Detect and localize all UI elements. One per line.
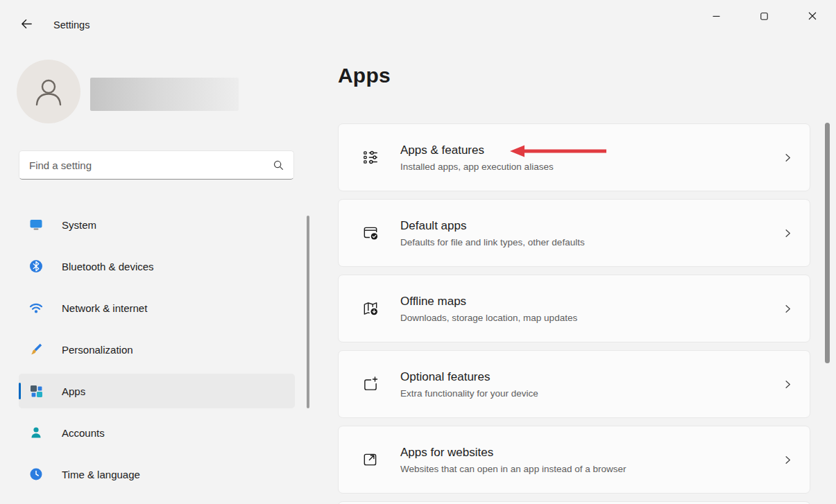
sidebar-nav: System Bluetooth & devices Network & int… [19, 207, 295, 498]
page-title: Apps [338, 64, 391, 87]
clock-icon [28, 467, 44, 482]
chevron-right-icon [783, 228, 793, 238]
card-offline-maps[interactable]: Offline maps Downloads, storage location… [338, 275, 810, 342]
sidebar-item-time-language[interactable]: Time & language [19, 457, 295, 492]
user-avatar[interactable] [17, 60, 80, 123]
sidebar-item-bluetooth-devices[interactable]: Bluetooth & devices [19, 249, 295, 284]
card-partial-bottom[interactable] [338, 501, 810, 504]
sidebar-item-apps[interactable]: Apps [19, 374, 295, 408]
sidebar-item-label: Accounts [62, 427, 105, 439]
sidebar-item-personalization[interactable]: Personalization [19, 332, 295, 367]
search-icon[interactable] [273, 159, 284, 171]
maximize-icon [760, 12, 768, 20]
sidebar-item-system[interactable]: System [19, 207, 295, 242]
sidebar-item-label: Network & internet [62, 302, 147, 314]
search-box[interactable] [19, 150, 294, 180]
apps-icon [28, 383, 44, 399]
chevron-right-icon [783, 455, 793, 465]
back-button[interactable] [14, 12, 39, 35]
chevron-right-icon [783, 153, 793, 163]
card-subtitle: Downloads, storage location, map updates [400, 313, 783, 323]
back-arrow-icon [20, 17, 33, 31]
window-controls [692, 0, 836, 32]
sidebar-item-network-internet[interactable]: Network & internet [19, 290, 295, 325]
card-title: Apps & features [400, 144, 783, 157]
card-subtitle: Installed apps, app execution aliases [400, 162, 783, 172]
sidebar-item-accounts[interactable]: Accounts [19, 415, 295, 450]
card-subtitle: Websites that can open in an app instead… [400, 464, 783, 474]
card-title: Optional features [400, 370, 783, 384]
user-name-redacted [90, 78, 239, 111]
apps-features-icon [361, 148, 379, 166]
apps-for-websites-icon [361, 451, 379, 469]
settings-card-list: Apps & features Installed apps, app exec… [338, 123, 810, 504]
card-default-apps[interactable]: Default apps Defaults for file and link … [338, 199, 810, 267]
card-apps-features[interactable]: Apps & features Installed apps, app exec… [338, 123, 810, 191]
bluetooth-icon [28, 259, 44, 274]
brush-icon [28, 342, 44, 357]
card-title: Default apps [400, 219, 783, 233]
card-subtitle: Extra functionality for your device [400, 388, 783, 399]
wifi-icon [28, 300, 44, 315]
card-title: Offline maps [400, 295, 783, 309]
sidebar-item-label: Time & language [62, 469, 140, 480]
card-optional-features[interactable]: Optional features Extra functionality fo… [338, 350, 810, 418]
minimize-button[interactable] [692, 0, 740, 32]
chevron-right-icon [783, 379, 793, 390]
close-icon [808, 12, 817, 20]
window-title: Settings [53, 19, 89, 31]
main-scrollbar[interactable] [825, 123, 830, 363]
sidebar-scrollbar[interactable] [307, 216, 309, 408]
close-button[interactable] [788, 0, 836, 32]
sidebar-item-label: Personalization [62, 344, 133, 356]
card-subtitle: Defaults for file and link types, other … [400, 237, 783, 247]
offline-maps-icon [361, 299, 379, 318]
selected-accent-bar [19, 383, 21, 399]
default-apps-icon [361, 224, 379, 242]
minimize-icon [713, 12, 720, 20]
sidebar-item-label: Apps [62, 385, 85, 397]
person-outline-icon [29, 72, 68, 111]
search-input[interactable] [29, 159, 267, 171]
person-icon [28, 425, 44, 440]
display-icon [28, 217, 44, 232]
maximize-button[interactable] [740, 0, 788, 32]
chevron-right-icon [783, 304, 793, 314]
sidebar-item-label: Bluetooth & devices [62, 261, 154, 272]
card-title: Apps for websites [400, 446, 783, 460]
card-apps-for-websites[interactable]: Apps for websites Websites that can open… [338, 426, 810, 494]
sidebar-item-label: System [62, 219, 96, 231]
optional-features-icon [361, 375, 379, 393]
